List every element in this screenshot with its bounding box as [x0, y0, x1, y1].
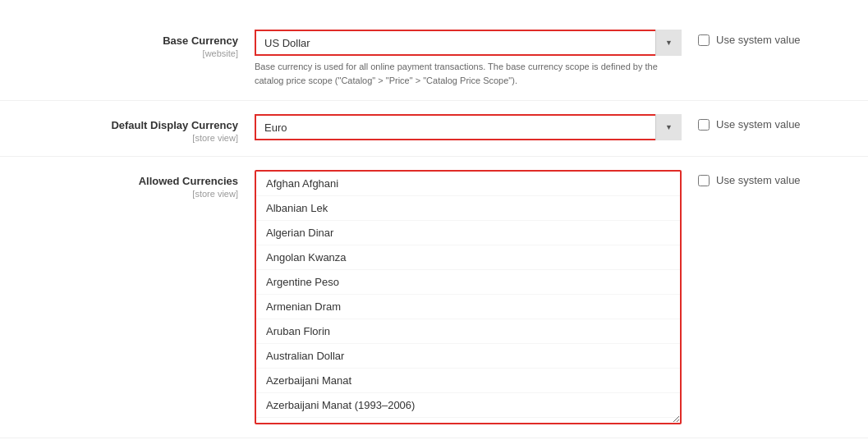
allowed-currencies-scope: [store view] [16, 189, 238, 199]
base-currency-row: Base Currency [website] US Dollar Euro B… [0, 16, 868, 101]
base-currency-use-system: Use system value [698, 34, 801, 46]
default-display-currency-actions: Use system value [682, 114, 829, 131]
allowed-currencies-label: Allowed Currencies [16, 175, 238, 187]
default-display-currency-use-system-label: Use system value [716, 118, 801, 131]
base-currency-scope: [website] [16, 48, 238, 58]
allowed-currencies-use-system: Use system value [698, 174, 801, 186]
base-currency-label: Base Currency [16, 34, 238, 47]
base-currency-hint: Base currency is used for all online pay… [255, 60, 682, 87]
default-display-currency-scope: [store view] [16, 133, 238, 143]
default-display-currency-label: Default Display Currency [16, 119, 238, 131]
allowed-currencies-label-area: Allowed Currencies [store view] [16, 170, 255, 199]
default-display-currency-use-system: Use system value [698, 118, 801, 131]
default-display-currency-control: US Dollar Euro British Pound Japanese Ye… [255, 114, 682, 140]
default-display-currency-select-wrapper: US Dollar Euro British Pound Japanese Ye… [255, 114, 682, 140]
base-currency-use-system-checkbox[interactable] [698, 34, 710, 46]
allowed-currencies-multiselect-wrapper: Afghan Afghani Albanian Lek Algerian Din… [255, 170, 682, 424]
allowed-currencies-multiselect[interactable]: Afghan Afghani Albanian Lek Algerian Din… [255, 170, 682, 424]
default-display-currency-select[interactable]: US Dollar Euro British Pound Japanese Ye… [255, 114, 682, 140]
currency-settings-form: Base Currency [website] US Dollar Euro B… [0, 16, 868, 438]
default-display-currency-use-system-checkbox[interactable] [698, 119, 710, 131]
default-display-currency-row: Default Display Currency [store view] US… [0, 101, 868, 157]
allowed-currencies-control: Afghan Afghani Albanian Lek Algerian Din… [255, 170, 682, 424]
base-currency-actions: Use system value [682, 30, 829, 46]
base-currency-control: US Dollar Euro British Pound Japanese Ye… [255, 30, 682, 87]
allowed-currencies-row: Allowed Currencies [store view] Afghan A… [0, 157, 868, 438]
base-currency-select[interactable]: US Dollar Euro British Pound Japanese Ye… [255, 30, 682, 56]
allowed-currencies-use-system-checkbox[interactable] [698, 175, 710, 186]
base-currency-label-area: Base Currency [website] [16, 30, 255, 58]
allowed-currencies-actions: Use system value [682, 170, 829, 186]
allowed-currencies-use-system-label: Use system value [716, 174, 801, 186]
base-currency-use-system-label: Use system value [716, 34, 801, 46]
default-display-currency-label-area: Default Display Currency [store view] [16, 114, 255, 143]
base-currency-select-wrapper: US Dollar Euro British Pound Japanese Ye… [255, 30, 682, 56]
